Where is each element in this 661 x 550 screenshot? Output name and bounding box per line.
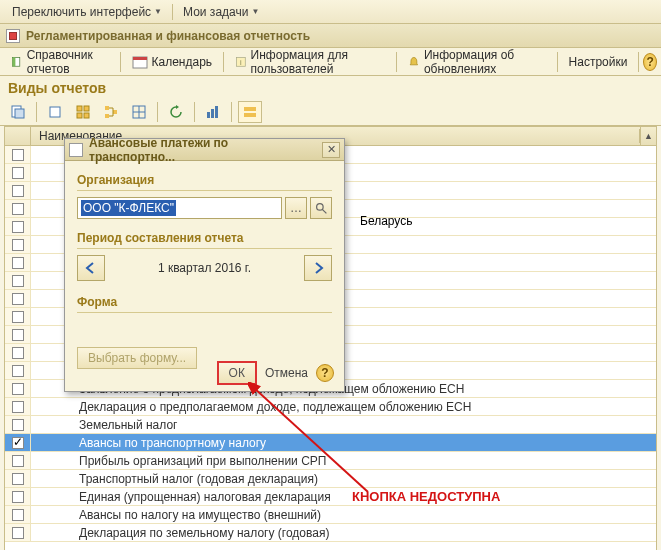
row-checkbox[interactable] — [12, 473, 24, 485]
menu-my-tasks[interactable]: Мои задачи ▼ — [177, 3, 265, 21]
row-checkbox[interactable] — [12, 311, 24, 323]
table-row[interactable]: Транспортный налог (годовая декларация) — [5, 470, 656, 488]
period-next-button[interactable] — [304, 255, 332, 281]
toolbar-settings[interactable]: Настройки — [562, 52, 635, 72]
help-icon[interactable]: ? — [643, 53, 657, 71]
row-checkbox[interactable] — [12, 203, 24, 215]
dialog-icon — [69, 143, 83, 157]
menu-my-tasks-label: Мои задачи — [183, 5, 248, 19]
row-checkbox[interactable] — [12, 347, 24, 359]
row-checkbox[interactable] — [12, 275, 24, 287]
annotation-text: КНОПКА НЕДОСТУПНА — [352, 489, 500, 504]
row-checkbox[interactable] — [12, 455, 24, 467]
row-label: Декларация о предполагаемом доходе, подл… — [31, 400, 656, 414]
dialog-titlebar[interactable]: Авансовые платежи по транспортно... ✕ — [65, 139, 344, 161]
menu-switch-ui[interactable]: Переключить интерфейс ▼ — [6, 3, 168, 21]
table-row[interactable]: Прибыль организаций при выполнении СРП — [5, 452, 656, 470]
close-icon[interactable]: ✕ — [322, 142, 340, 158]
svg-rect-3 — [133, 57, 147, 60]
row-checkbox[interactable] — [12, 167, 24, 179]
svg-rect-22 — [244, 107, 256, 111]
svg-rect-8 — [50, 107, 60, 117]
row-checkbox[interactable] — [12, 293, 24, 305]
row-checkbox[interactable] — [12, 239, 24, 251]
svg-rect-10 — [84, 106, 89, 111]
row-label: Земельный налог — [31, 418, 656, 432]
cancel-button[interactable]: Отмена — [265, 366, 308, 380]
table-row[interactable]: Декларация о предполагаемом доходе, подл… — [5, 398, 656, 416]
svg-rect-23 — [244, 113, 256, 117]
table-row[interactable]: Декларация по земельному налогу (годовая… — [5, 524, 656, 542]
ir-refresh-icon[interactable] — [164, 101, 188, 123]
row-checkbox-cell — [5, 290, 31, 307]
row-checkbox-cell — [5, 452, 31, 469]
toolbar-settings-label: Настройки — [569, 55, 628, 69]
ir-stack-icon[interactable] — [43, 101, 67, 123]
svg-rect-20 — [211, 109, 214, 118]
tree-text-fragment: Беларусь — [360, 214, 412, 228]
dialog-title: Авансовые платежи по транспортно... — [89, 136, 316, 164]
toolbar-separator — [396, 52, 397, 72]
row-checkbox[interactable] — [12, 185, 24, 197]
section-heading: Виды отчетов — [0, 76, 661, 98]
ir-select-mode-icon[interactable] — [238, 101, 262, 123]
svg-point-24 — [316, 203, 323, 210]
row-checkbox[interactable] — [12, 437, 24, 449]
row-checkbox[interactable] — [12, 491, 24, 503]
toolbar-calendar-label: Календарь — [152, 55, 213, 69]
table-row[interactable]: Авансы по налогу на имущество (внешний) — [5, 506, 656, 524]
choose-form-button[interactable]: Выбрать форму... — [77, 347, 197, 369]
org-input[interactable]: ООО "К-ФЛЕКС" — [77, 197, 282, 219]
toolbar-separator — [231, 102, 232, 122]
tree-header-cb — [5, 127, 31, 145]
svg-rect-15 — [113, 110, 117, 114]
row-checkbox[interactable] — [12, 509, 24, 521]
row-checkbox[interactable] — [12, 383, 24, 395]
table-row[interactable]: Авансы по транспортному налогу — [5, 434, 656, 452]
dropdown-icon: ▼ — [251, 7, 259, 16]
period-prev-button[interactable] — [77, 255, 105, 281]
toolbar-separator — [120, 52, 121, 72]
table-row[interactable]: Земельный налог — [5, 416, 656, 434]
period-value: 1 квартал 2016 г. — [158, 261, 251, 275]
ok-button[interactable]: ОК — [217, 361, 257, 385]
org-input-value: ООО "К-ФЛЕКС" — [81, 200, 176, 216]
row-checkbox[interactable] — [12, 329, 24, 341]
ir-filter-icon[interactable] — [71, 101, 95, 123]
toolbar-calendar[interactable]: Календарь — [125, 51, 220, 73]
row-checkbox-cell — [5, 326, 31, 343]
row-checkbox-cell — [5, 272, 31, 289]
toolbar-update-info[interactable]: Информация об обновлениях — [401, 45, 553, 79]
table-row[interactable]: Единая (упрощенная) налоговая декларация — [5, 488, 656, 506]
row-label: Транспортный налог (годовая декларация) — [31, 472, 656, 486]
row-checkbox[interactable] — [12, 257, 24, 269]
toolbar-user-info[interactable]: i Информация для пользователей — [228, 45, 393, 79]
ir-copy-icon[interactable] — [6, 101, 30, 123]
top-menubar: Переключить интерфейс ▼ Мои задачи ▼ — [0, 0, 661, 24]
toolbar-reports-ref[interactable]: Справочник отчетов — [4, 45, 116, 79]
org-select-button[interactable]: … — [285, 197, 307, 219]
row-label: Прибыль организаций при выполнении СРП — [31, 454, 656, 468]
ir-tree-icon[interactable] — [99, 101, 123, 123]
svg-rect-7 — [15, 109, 24, 118]
row-checkbox-cell — [5, 380, 31, 397]
row-checkbox-cell — [5, 146, 31, 163]
row-checkbox-cell — [5, 200, 31, 217]
row-checkbox[interactable] — [12, 401, 24, 413]
svg-rect-1 — [12, 57, 15, 66]
row-checkbox[interactable] — [12, 221, 24, 233]
row-checkbox[interactable] — [12, 527, 24, 539]
row-checkbox[interactable] — [12, 149, 24, 161]
svg-line-25 — [322, 209, 326, 213]
search-icon[interactable] — [310, 197, 332, 219]
toolbar-reports-ref-label: Справочник отчетов — [27, 48, 109, 76]
dialog-body: Организация ООО "К-ФЛЕКС" … Период соста… — [65, 161, 344, 373]
book-icon — [11, 54, 23, 70]
row-checkbox[interactable] — [12, 365, 24, 377]
ir-grid-icon[interactable] — [127, 101, 151, 123]
help-icon[interactable]: ? — [316, 364, 334, 382]
scroll-up-icon[interactable]: ▲ — [640, 127, 656, 145]
form-label: Форма — [77, 295, 332, 309]
ir-chart-icon[interactable] — [201, 101, 225, 123]
row-checkbox[interactable] — [12, 419, 24, 431]
